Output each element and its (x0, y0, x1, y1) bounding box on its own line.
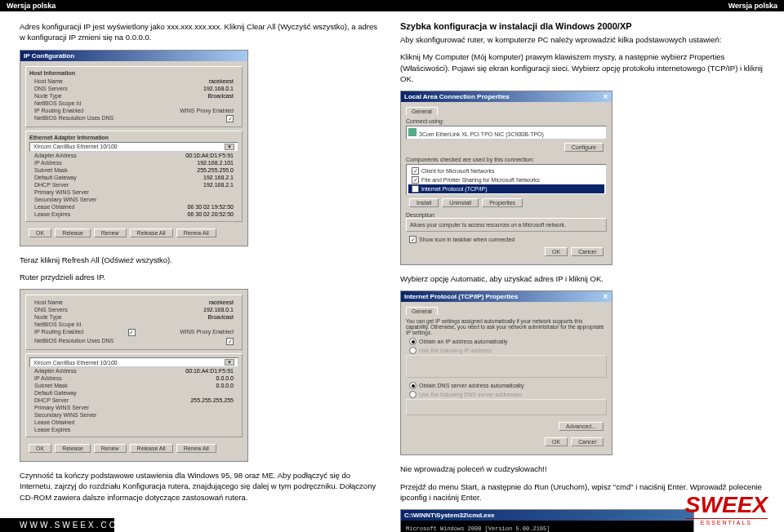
release-all-button[interactable]: Release All (130, 444, 173, 453)
release-button[interactable]: Release (55, 228, 91, 237)
ok-button[interactable]: OK (29, 228, 51, 237)
content: Adres konfiguracji IP jest wyświetlony j… (0, 11, 784, 532)
renew-button[interactable]: Renew (94, 228, 127, 237)
lan-properties-dialog: Local Area Connection Properties✕ Genera… (400, 91, 612, 265)
renew-all-button[interactable]: Renew All (176, 444, 216, 453)
left-p1: Adres konfiguracji IP jest wyświetlony j… (20, 21, 384, 43)
check-icon: ✓ (128, 329, 136, 336)
logo-sub: ESSENTIALS (685, 518, 768, 525)
left-p3: Ruter przydzieli adres IP. (20, 272, 384, 282)
right-p2: Kliknij My Computer (Mój komputer) prawy… (400, 51, 764, 84)
check-icon: ✓ (226, 338, 234, 345)
right-column: Szybka konfiguracja w instalacji dla Win… (400, 21, 764, 532)
sweex-logo: SWEEX ESSENTIALS (685, 492, 768, 525)
radio-icon[interactable] (409, 347, 416, 354)
checkbox-icon[interactable]: ✓ (412, 167, 419, 175)
release-button[interactable]: Release (55, 444, 91, 453)
adapter-dropdown-2[interactable]: Xircom CardBus Ethernet 10/100▼ (29, 357, 238, 367)
right-title: Szybka konfiguracja w instalacji dla Win… (400, 21, 764, 31)
header-right: Wersja polska (728, 2, 777, 10)
ipcfg1-titlebar: IP Configuration (20, 51, 247, 61)
header-bar: Wersja polska Wersja polska (0, 0, 784, 11)
nic-icon (408, 128, 416, 136)
close-icon[interactable]: ✕ (603, 293, 608, 300)
header-left: Wersja polska (7, 2, 56, 10)
renew-button[interactable]: Renew (94, 444, 127, 453)
advanced-button[interactable]: Advanced... (559, 422, 604, 431)
ipcfg1-adapter-hdr: Ethernet Adapter Information (29, 135, 238, 140)
release-all-button[interactable]: Release All (130, 228, 173, 237)
left-column: Adres konfiguracji IP jest wyświetlony j… (20, 21, 384, 532)
ipcfg1-hostinfo: Host Information (29, 70, 238, 76)
radio-icon[interactable] (409, 382, 416, 389)
right-p1: Aby skonfigurować ruter, w komputerze PC… (400, 34, 764, 45)
footer: WWW.SWEEX.COM (0, 518, 784, 532)
renew-all-button[interactable]: Renew All (176, 228, 216, 237)
close-icon[interactable]: ✕ (603, 93, 608, 100)
install-button[interactable]: Install (409, 198, 439, 207)
ok-button[interactable]: OK (545, 437, 568, 446)
cancel-button[interactable]: Cancel (571, 247, 604, 256)
uninstall-button[interactable]: Uninstall (442, 198, 479, 207)
logo-text: SWEEX (685, 492, 768, 518)
configure-button[interactable]: Configure (564, 143, 604, 152)
chevron-down-icon: ▼ (225, 144, 234, 150)
footer-url: WWW.SWEEX.COM (0, 518, 114, 532)
right-p4: Nie wprowadzaj poleceń w cudzysłowach!! (400, 463, 764, 474)
checkbox-icon[interactable]: ✓ (412, 176, 419, 184)
left-p2: Teraz kliknij Refresh All (Odśwież wszys… (20, 255, 384, 265)
radio-icon[interactable] (409, 391, 416, 398)
checkbox-icon[interactable]: ✓ (409, 236, 416, 243)
chevron-down-icon: ▼ (225, 359, 234, 366)
ok-button[interactable]: OK (29, 444, 51, 453)
cancel-button[interactable]: Cancel (571, 437, 604, 446)
checkbox-icon[interactable]: ✓ (412, 185, 419, 193)
check-icon: ✓ (226, 115, 234, 122)
ipconfig-dialog-2: Host Nameracekeest DNS Servers192.168.0.… (20, 289, 248, 462)
right-p3: Wybierz opcję Automatic, aby uzyskać adr… (400, 273, 764, 284)
adapter-dropdown[interactable]: Xircom CardBus Ethernet 10/100▼ (29, 142, 238, 152)
radio-icon[interactable] (409, 338, 416, 345)
tab-general[interactable]: General (406, 107, 438, 115)
tab-general[interactable]: General (406, 307, 438, 315)
ipcfg1-title: IP Configuration (24, 52, 74, 60)
properties-button[interactable]: Properties (482, 198, 523, 207)
ok-button[interactable]: OK (545, 247, 568, 256)
ipconfig-dialog-1: IP Configuration Host Information Host N… (20, 50, 248, 246)
left-p4: Czynność ta kończy podstawowe ustawienia… (20, 470, 384, 503)
tcpip-properties-dialog: Internet Protocol (TCP/IP) Properties✕ G… (400, 290, 612, 455)
